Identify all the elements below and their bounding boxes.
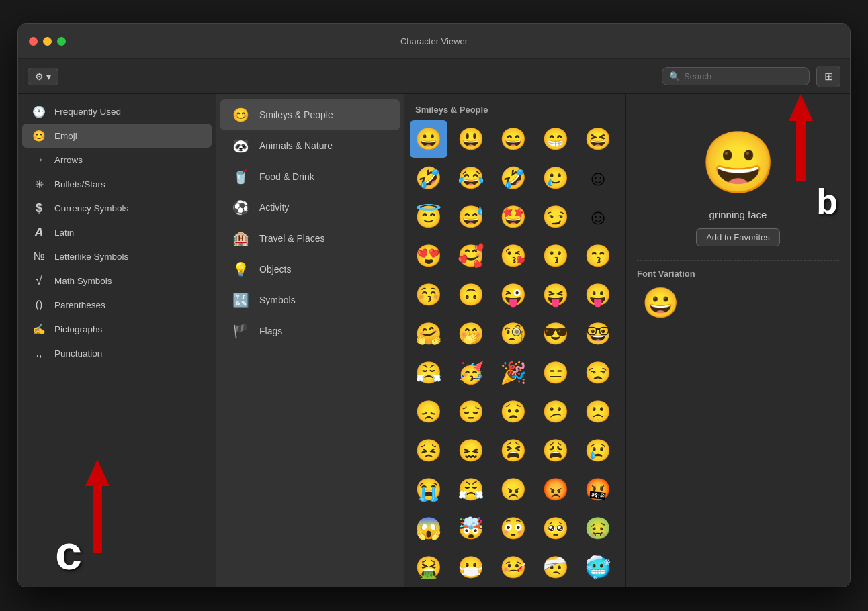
category-animals-nature[interactable]: 🐼 Animals & Nature — [220, 130, 400, 161]
emoji-cell[interactable]: 😝 — [537, 276, 574, 314]
sidebar-item-bullets-stars[interactable]: ✳ Bullets/Stars — [22, 172, 212, 196]
divider — [637, 260, 839, 261]
emoji-cell[interactable]: 🥰 — [452, 237, 490, 275]
keyboard-button[interactable]: ⊞ — [816, 66, 840, 87]
minimize-button[interactable] — [43, 37, 52, 46]
label-c: c — [55, 525, 82, 580]
emoji-cell[interactable]: 🤯 — [452, 510, 490, 547]
symbols-icon: 🔣 — [231, 291, 250, 310]
emoji-cell[interactable]: 😤 — [410, 354, 447, 391]
pictographs-icon: ✍ — [32, 322, 46, 336]
emoji-cell[interactable]: 🙁 — [579, 393, 617, 430]
sidebar-item-pictographs[interactable]: ✍ Pictographs — [22, 317, 212, 341]
emoji-cell[interactable]: 😤 — [452, 471, 490, 508]
emoji-section-title: Smileys & People — [410, 102, 620, 120]
emoji-cell[interactable]: 🥳 — [452, 354, 490, 391]
sidebar-item-math-symbols[interactable]: √ Math Symbols — [22, 269, 212, 293]
sidebar-item-emoji[interactable]: 😊 Emoji — [22, 124, 212, 148]
sidebar-item-parentheses[interactable]: () Parentheses — [22, 293, 212, 317]
emoji-cell[interactable]: 😢 — [579, 432, 617, 469]
emoji-cell[interactable]: 😳 — [494, 510, 532, 547]
search-box: 🔍 — [662, 67, 810, 85]
emoji-cell[interactable]: 😇 — [410, 198, 447, 236]
emoji-cell[interactable]: ☺️ — [579, 159, 617, 197]
emoji-cell[interactable]: 🤮 — [410, 549, 447, 586]
sidebar-item-arrows[interactable]: → Arrows — [22, 148, 212, 172]
emoji-cell[interactable]: 😙 — [579, 237, 617, 275]
emoji-cell[interactable]: 🤬 — [579, 471, 617, 508]
sidebar-item-letterlike-symbols[interactable]: № Letterlike Symbols — [22, 244, 212, 269]
emoji-cell[interactable]: 🤒 — [494, 549, 532, 586]
category-symbols[interactable]: 🔣 Symbols — [220, 285, 400, 316]
emoji-cell[interactable]: 🙃 — [452, 276, 490, 314]
sidebar-item-currency-symbols[interactable]: $ Currency Symbols — [22, 196, 212, 220]
emoji-cell[interactable]: 🤗 — [410, 315, 447, 352]
emoji-cell[interactable]: 🤭 — [452, 315, 490, 352]
sidebar-item-punctuation[interactable]: ., Punctuation — [22, 341, 212, 365]
emoji-cell[interactable]: 😘 — [494, 237, 532, 275]
emoji-cell[interactable]: 😗 — [537, 237, 574, 275]
emoji-cell[interactable]: 😣 — [410, 432, 447, 469]
category-travel-places[interactable]: 🏨 Travel & Places — [220, 223, 400, 254]
emoji-cell[interactable]: 🥲 — [537, 159, 574, 197]
category-label: Objects — [259, 264, 291, 275]
emoji-cell[interactable]: 😏 — [537, 198, 574, 236]
emoji-cell[interactable]: 😄 — [494, 120, 532, 158]
close-button[interactable] — [29, 37, 38, 46]
emoji-cell[interactable]: 🤣 — [410, 159, 447, 197]
emoji-cell[interactable]: 🥶 — [579, 549, 617, 586]
emoji-cell[interactable]: 😷 — [452, 549, 490, 586]
emoji-cell[interactable]: ☺️ — [579, 198, 617, 236]
flags-icon: 🏴 — [231, 322, 250, 340]
emoji-cell[interactable]: 😃 — [452, 120, 490, 158]
emoji-cell[interactable]: 🤓 — [579, 315, 617, 352]
search-input[interactable] — [684, 71, 802, 81]
bullets-icon: ✳ — [32, 177, 46, 191]
emoji-cell[interactable]: 😡 — [537, 471, 574, 508]
emoji-cell[interactable]: 😟 — [494, 393, 532, 430]
emoji-cell[interactable]: 😁 — [537, 120, 574, 158]
emoji-cell[interactable]: 😚 — [410, 276, 447, 314]
gear-icon: ⚙ — [35, 71, 44, 82]
emoji-cell[interactable]: 😕 — [537, 393, 574, 430]
emoji-cell[interactable]: 😎 — [537, 315, 574, 352]
category-label: Flags — [259, 326, 282, 336]
emoji-cell[interactable]: 😆 — [579, 120, 617, 158]
emoji-cell[interactable]: 😭 — [410, 471, 447, 508]
emoji-cell[interactable]: 🥺 — [537, 510, 574, 547]
category-flags[interactable]: 🏴 Flags — [220, 316, 400, 346]
emoji-cell[interactable]: 🤕 — [537, 549, 574, 586]
sidebar-item-label: Pictographs — [54, 324, 102, 334]
emoji-cell[interactable]: 😖 — [452, 432, 490, 469]
category-smileys-people[interactable]: 😊 Smileys & People — [220, 99, 400, 130]
emoji-cell[interactable]: 😫 — [494, 432, 532, 469]
category-activity[interactable]: ⚽ Activity — [220, 192, 400, 223]
emoji-cell[interactable]: 🤢 — [579, 510, 617, 547]
gear-button[interactable]: ⚙ ▾ — [28, 68, 58, 85]
sidebar-item-frequently-used[interactable]: 🕐 Frequently Used — [22, 99, 212, 124]
emoji-cell[interactable]: 😩 — [537, 432, 574, 469]
emoji-cell[interactable]: 😱 — [410, 510, 447, 547]
emoji-cell[interactable]: 😑 — [537, 354, 574, 391]
emoji-cell[interactable]: 🎉 — [494, 354, 532, 391]
sidebar-item-latin[interactable]: A Latin — [22, 220, 212, 244]
emoji-cell[interactable]: 😠 — [494, 471, 532, 508]
font-variation-emoji[interactable]: 😀 — [642, 285, 679, 320]
emoji-cell[interactable]: 🤣 — [494, 159, 532, 197]
zoom-button[interactable] — [57, 37, 66, 46]
category-label: Food & Drink — [259, 171, 314, 182]
emoji-cell[interactable]: 😂 — [452, 159, 490, 197]
add-to-favorites-button[interactable]: Add to Favorites — [696, 228, 780, 246]
emoji-cell[interactable]: 🧐 — [494, 315, 532, 352]
emoji-cell[interactable]: 😅 — [452, 198, 490, 236]
emoji-cell[interactable]: 😀 — [410, 120, 447, 158]
emoji-cell[interactable]: 😒 — [579, 354, 617, 391]
emoji-cell[interactable]: 😜 — [494, 276, 532, 314]
emoji-cell[interactable]: 🤩 — [494, 198, 532, 236]
category-objects[interactable]: 💡 Objects — [220, 254, 400, 285]
emoji-cell[interactable]: 😔 — [452, 393, 490, 430]
category-food-drink[interactable]: 🥤 Food & Drink — [220, 161, 400, 192]
emoji-cell[interactable]: 😞 — [410, 393, 447, 430]
emoji-cell[interactable]: 😛 — [579, 276, 617, 314]
emoji-cell[interactable]: 😍 — [410, 237, 447, 275]
